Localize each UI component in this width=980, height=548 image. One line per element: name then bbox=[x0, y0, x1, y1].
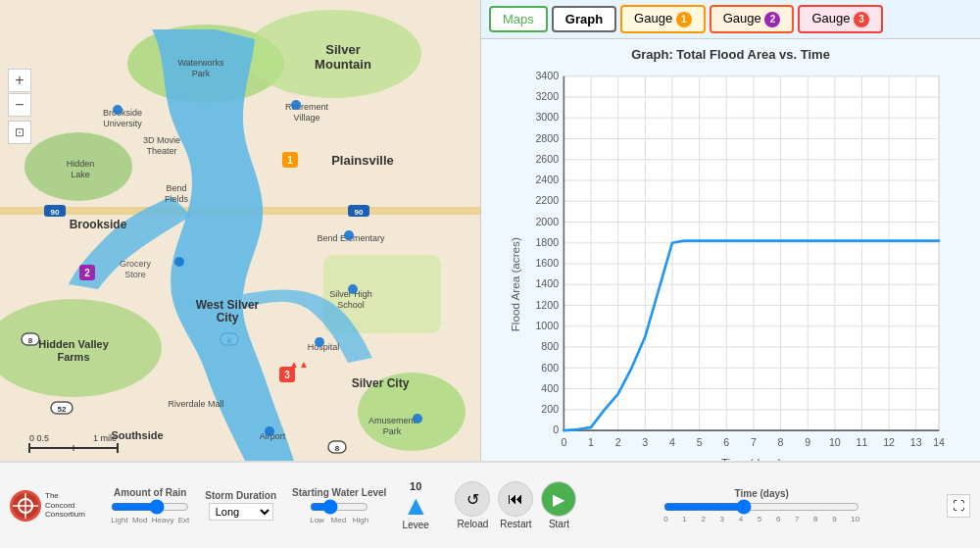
graph-panel: Maps Graph Gauge 1 Gauge 2 Gauge 3 Graph… bbox=[480, 0, 980, 461]
consortium-logo: The Concord Consortium bbox=[10, 490, 85, 522]
svg-text:2600: 2600 bbox=[535, 152, 559, 164]
svg-text:1000: 1000 bbox=[535, 319, 559, 330]
svg-text:Theater: Theater bbox=[146, 146, 176, 156]
svg-text:Silver: Silver bbox=[325, 42, 360, 57]
time-ticks: 0 1 2 3 4 5 6 7 8 9 10 bbox=[663, 515, 859, 523]
bottom-bar: The Concord Consortium Amount of Rain Li… bbox=[0, 461, 980, 548]
svg-text:Grocery: Grocery bbox=[120, 259, 152, 269]
svg-text:Amusement: Amusement bbox=[368, 416, 416, 425]
svg-text:University: University bbox=[103, 119, 142, 128]
svg-text:Brookside: Brookside bbox=[70, 218, 127, 231]
reload-label: Reload bbox=[458, 519, 489, 529]
svg-text:2000: 2000 bbox=[535, 215, 559, 226]
zoom-controls: + − ⊡ bbox=[8, 69, 31, 144]
storm-label: Storm Duration bbox=[205, 490, 276, 501]
levee-icon: ▲ bbox=[402, 492, 429, 520]
levee-section: 10 ▲ Levee bbox=[402, 480, 429, 530]
rain-control: Amount of Rain Light Mod Heavy Ext bbox=[111, 487, 189, 524]
tab-gauge2[interactable]: Gauge 2 bbox=[710, 5, 795, 33]
app-container: 4 days 0 hours ☀️ + − ⊡ bbox=[0, 0, 980, 548]
svg-text:12: 12 bbox=[883, 436, 895, 448]
svg-text:52: 52 bbox=[58, 405, 67, 414]
svg-text:1800: 1800 bbox=[535, 235, 559, 247]
time-days-label: Time (days) bbox=[735, 488, 789, 499]
svg-text:Fields: Fields bbox=[165, 194, 189, 204]
tab-graph[interactable]: Graph bbox=[552, 6, 616, 32]
svg-text:2: 2 bbox=[615, 436, 621, 448]
svg-point-56 bbox=[174, 257, 184, 267]
zoom-out-button[interactable]: − bbox=[8, 93, 31, 117]
restart-label: Restart bbox=[500, 519, 531, 529]
logo-text: The Concord Consortium bbox=[45, 491, 85, 520]
water-slider-labels: Low Med High bbox=[310, 516, 368, 524]
levee-label: Levee bbox=[403, 520, 429, 530]
time-days-slider[interactable] bbox=[663, 499, 859, 515]
start-button[interactable]: ▶ Start bbox=[541, 481, 576, 529]
svg-text:Brookside: Brookside bbox=[103, 108, 142, 118]
svg-text:Bend: Bend bbox=[166, 183, 186, 193]
svg-text:5: 5 bbox=[697, 436, 703, 448]
water-slider[interactable] bbox=[310, 500, 368, 514]
water-label: Starting Water Level bbox=[292, 487, 386, 498]
svg-text:600: 600 bbox=[541, 361, 559, 373]
svg-text:800: 800 bbox=[541, 340, 559, 352]
zoom-in-button[interactable]: + bbox=[8, 69, 31, 92]
svg-text:10: 10 bbox=[829, 436, 841, 448]
svg-text:Farms: Farms bbox=[57, 351, 89, 363]
controls-section: Amount of Rain Light Mod Heavy Ext Storm… bbox=[93, 480, 448, 530]
svg-point-53 bbox=[113, 105, 122, 115]
graph-title: Graph: Total Flood Area vs. Time bbox=[497, 47, 964, 62]
svg-text:West Silver: West Silver bbox=[196, 298, 260, 312]
svg-text:Lake: Lake bbox=[71, 170, 90, 179]
svg-text:3: 3 bbox=[284, 370, 290, 380]
svg-text:0: 0 bbox=[561, 436, 566, 448]
rain-slider-labels: Light Mod Heavy Ext bbox=[111, 516, 189, 524]
svg-text:Silver City: Silver City bbox=[352, 376, 410, 390]
rain-slider[interactable] bbox=[111, 500, 189, 514]
svg-text:7: 7 bbox=[751, 436, 757, 448]
svg-text:8: 8 bbox=[335, 444, 340, 453]
start-label: Start bbox=[549, 519, 569, 529]
svg-text:Hidden: Hidden bbox=[67, 159, 95, 169]
svg-text:2400: 2400 bbox=[535, 174, 559, 185]
svg-rect-75 bbox=[564, 75, 939, 429]
tab-gauge3[interactable]: Gauge 3 bbox=[798, 5, 883, 33]
svg-text:14: 14 bbox=[933, 436, 945, 448]
tab-gauge1[interactable]: Gauge 1 bbox=[620, 5, 706, 33]
main-area: 4 days 0 hours ☀️ + − ⊡ bbox=[0, 0, 980, 461]
svg-text:Store: Store bbox=[124, 270, 146, 279]
map-panel: 4 days 0 hours ☀️ + − ⊡ bbox=[0, 0, 480, 461]
svg-text:Hidden Valley: Hidden Valley bbox=[38, 338, 109, 350]
svg-text:2800: 2800 bbox=[535, 131, 559, 143]
svg-text:0  0.5: 0 0.5 bbox=[29, 433, 49, 443]
svg-text:Park: Park bbox=[383, 426, 402, 436]
svg-text:Flood Area (acres): Flood Area (acres) bbox=[509, 237, 521, 331]
svg-text:9: 9 bbox=[805, 436, 810, 448]
restart-button[interactable]: ⏮ Restart bbox=[498, 481, 533, 529]
rain-label: Amount of Rain bbox=[114, 487, 186, 498]
svg-text:1600: 1600 bbox=[535, 257, 559, 269]
svg-text:2: 2 bbox=[84, 268, 90, 278]
svg-text:90: 90 bbox=[51, 208, 60, 217]
reload-button[interactable]: ↺ Reload bbox=[455, 481, 490, 529]
tab-maps[interactable]: Maps bbox=[489, 6, 548, 32]
reset-view-button[interactable]: ⊡ bbox=[8, 121, 31, 144]
storm-duration-select[interactable]: Long Short Medium bbox=[209, 503, 273, 521]
svg-text:Village: Village bbox=[294, 113, 320, 123]
graph-content: Graph: Total Flood Area vs. Time Flood A… bbox=[481, 39, 980, 462]
time-days-section: Time (days) 0 1 2 3 4 5 6 7 8 9 10 bbox=[584, 488, 939, 523]
svg-text:8: 8 bbox=[778, 436, 784, 448]
svg-point-59 bbox=[265, 426, 274, 436]
svg-text:8: 8 bbox=[28, 336, 33, 345]
fullscreen-button[interactable]: ⛶ bbox=[947, 494, 970, 518]
chart-svg: Flood Area (acres) bbox=[497, 66, 964, 462]
svg-point-57 bbox=[348, 284, 358, 294]
svg-text:1: 1 bbox=[588, 436, 594, 448]
svg-point-60 bbox=[413, 414, 422, 423]
svg-text:200: 200 bbox=[541, 403, 559, 415]
svg-text:▲▲: ▲▲ bbox=[289, 359, 309, 370]
svg-text:City: City bbox=[217, 311, 239, 324]
svg-text:Riverdale Mall: Riverdale Mall bbox=[168, 399, 223, 409]
svg-text:1200: 1200 bbox=[535, 298, 559, 310]
tabs-bar: Maps Graph Gauge 1 Gauge 2 Gauge 3 bbox=[481, 0, 980, 39]
